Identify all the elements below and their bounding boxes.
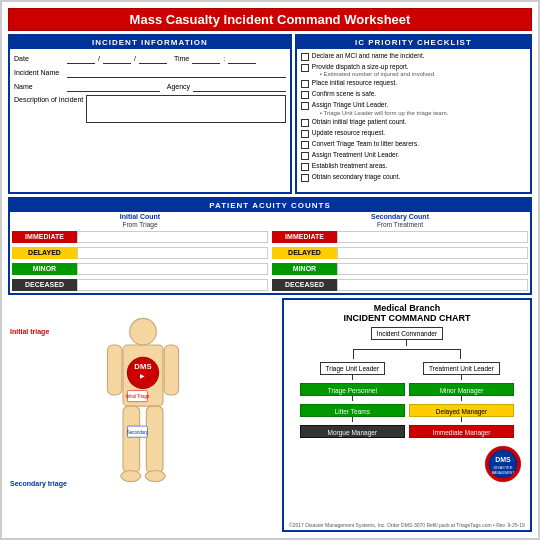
triage-unit-leader-box: Triage Unit Leader xyxy=(320,362,386,375)
medical-branch-panel: Medical Branch INCIDENT COMMAND CHART In… xyxy=(282,298,532,532)
secondary-immediate-label: IMMEDIATE xyxy=(272,231,337,243)
incident-info-body: Date / / Time : Incident Name Name xyxy=(10,49,290,127)
priority-checkbox-11[interactable] xyxy=(301,174,309,182)
l4-row: Litter Teams Delayed Manager xyxy=(300,404,514,422)
priority-text-5: Assign Triage Unit Leader. xyxy=(312,101,449,109)
description-input[interactable] xyxy=(86,95,286,123)
svg-text:▶: ▶ xyxy=(141,373,146,379)
secondary-delayed-row: DELAYED xyxy=(272,246,528,260)
priority-text-2: Provide dispatch a size-up report. xyxy=(312,63,436,71)
l2-left-vert xyxy=(353,349,354,359)
medical-branch-title: Medical Branch INCIDENT COMMAND CHART xyxy=(284,300,530,323)
priority-text-7: Update resource request. xyxy=(312,129,385,137)
secondary-delayed-input[interactable] xyxy=(337,247,528,259)
priority-text-6: Obtain initial triage patient count. xyxy=(312,118,407,126)
ic-priority-title: IC PRIORITY CHECKLIST xyxy=(297,36,530,49)
initial-immediate-label: IMMEDIATE xyxy=(12,231,77,243)
secondary-count-col: Secondary Count From Treatment IMMEDIATE… xyxy=(270,212,530,293)
immediate-manager-box: Immediate Manager xyxy=(409,425,514,438)
priority-sub-2: • Estimated number of injured and involv… xyxy=(312,71,436,77)
secondary-deceased-input[interactable] xyxy=(337,279,528,291)
triage-personnel-box: Triage Personnel xyxy=(300,383,405,396)
initial-count-col: Initial Count From Triage IMMEDIATE DELA… xyxy=(10,212,270,293)
priority-checkbox-2[interactable] xyxy=(301,64,309,72)
l2-connector xyxy=(300,349,514,359)
priority-checkbox-7[interactable] xyxy=(301,130,309,138)
secondary-minor-input[interactable] xyxy=(337,263,528,275)
priority-item-10: Establish treatment areas. xyxy=(301,162,526,171)
priority-checkbox-3[interactable] xyxy=(301,80,309,88)
initial-immediate-input[interactable] xyxy=(77,231,268,243)
time-min[interactable] xyxy=(228,53,256,64)
secondary-delayed-label: DELAYED xyxy=(272,247,337,259)
minor-manager-col: Minor Manager xyxy=(409,383,514,401)
priority-item-4: Confirm scene is safe. xyxy=(301,90,526,99)
priority-checkbox-4[interactable] xyxy=(301,91,309,99)
priority-checkbox-10[interactable] xyxy=(301,163,309,171)
body-diagram-panel: Initial triage Secondary triage xyxy=(8,298,279,532)
priority-item-7: Update resource request. xyxy=(301,129,526,138)
name-label: Name xyxy=(14,83,64,90)
delayed-manager-col: Delayed Manager xyxy=(409,404,514,422)
svg-rect-4 xyxy=(123,406,140,473)
priority-item-3: Place initial resource request. xyxy=(301,79,526,88)
time-label: Time xyxy=(174,55,189,62)
time-hour[interactable] xyxy=(192,53,220,64)
svg-text:DMS: DMS xyxy=(135,362,152,371)
priority-text-3: Place initial resource request. xyxy=(312,79,397,87)
morgue-manager-col: Morgue Manager xyxy=(300,425,405,438)
l2-row: Triage Unit Leader Treatment Unit Leader xyxy=(300,362,514,380)
incident-info-panel: INCIDENT INFORMATION Date / / Time : Inc… xyxy=(8,34,292,194)
name-input[interactable] xyxy=(67,81,160,92)
priority-text-1: Declare an MCI and name the incident. xyxy=(312,52,425,60)
incident-info-title: INCIDENT INFORMATION xyxy=(10,36,290,49)
initial-deceased-input[interactable] xyxy=(77,279,268,291)
svg-text:DMS: DMS xyxy=(495,456,511,463)
initial-immediate-row: IMMEDIATE xyxy=(12,230,268,244)
svg-text:Secondary: Secondary xyxy=(127,430,149,435)
secondary-immediate-row: IMMEDIATE xyxy=(272,230,528,244)
minor-manager-box: Minor Manager xyxy=(409,383,514,396)
litter-teams-box: Litter Teams xyxy=(300,404,405,417)
ic-priority-body: Declare an MCI and name the incident. Pr… xyxy=(297,49,530,185)
acuity-body: Initial Count From Triage IMMEDIATE DELA… xyxy=(10,212,530,293)
date-year[interactable] xyxy=(139,53,167,64)
date-slash2[interactable] xyxy=(103,53,131,64)
svg-point-7 xyxy=(146,471,166,482)
priority-checkbox-6[interactable] xyxy=(301,119,309,127)
chart-body: Incident Commander Triage Unit Leader xyxy=(284,323,530,520)
priority-item-1: Declare an MCI and name the incident. xyxy=(301,52,526,61)
l3-left-down xyxy=(352,396,353,401)
top-section: INCIDENT INFORMATION Date / / Time : Inc… xyxy=(8,34,532,194)
incident-name-input[interactable] xyxy=(67,67,286,78)
priority-checkbox-5[interactable] xyxy=(301,102,309,110)
agency-input[interactable] xyxy=(193,81,286,92)
l2-right-down xyxy=(461,375,462,380)
secondary-immediate-input[interactable] xyxy=(337,231,528,243)
l2-left-down xyxy=(352,375,353,380)
incident-commander-box: Incident Commander xyxy=(371,327,443,346)
bottom-section: Initial triage Secondary triage xyxy=(8,298,532,532)
l5-row: Morgue Manager Immediate Manager xyxy=(300,425,514,438)
initial-deceased-label: DECEASED xyxy=(12,279,77,291)
description-label: Description of Incident xyxy=(14,95,83,103)
l2-right-vert xyxy=(460,349,461,359)
priority-text-4: Confirm scene is safe. xyxy=(312,90,376,98)
morgue-manager-box: Morgue Manager xyxy=(300,425,405,438)
priority-item-11: Obtain secondary triage count. xyxy=(301,173,526,182)
l2-horiz xyxy=(353,349,460,350)
svg-text:DISASTER: DISASTER xyxy=(494,466,513,470)
initial-from-triage: From Triage xyxy=(10,221,270,229)
initial-delayed-input[interactable] xyxy=(77,247,268,259)
date-time-row: Date / / Time : xyxy=(14,53,286,64)
secondary-count-header: Secondary Count xyxy=(270,212,530,221)
medical-branch-title-line1: Medical Branch xyxy=(284,303,530,313)
initial-minor-input[interactable] xyxy=(77,263,268,275)
secondary-minor-label: MINOR xyxy=(272,263,337,275)
priority-checkbox-1[interactable] xyxy=(301,53,309,61)
priority-checkbox-9[interactable] xyxy=(301,152,309,160)
date-label: Date xyxy=(14,55,64,62)
date-slash1[interactable] xyxy=(67,53,95,64)
priority-checkbox-8[interactable] xyxy=(301,141,309,149)
initial-deceased-row: DECEASED xyxy=(12,278,268,292)
